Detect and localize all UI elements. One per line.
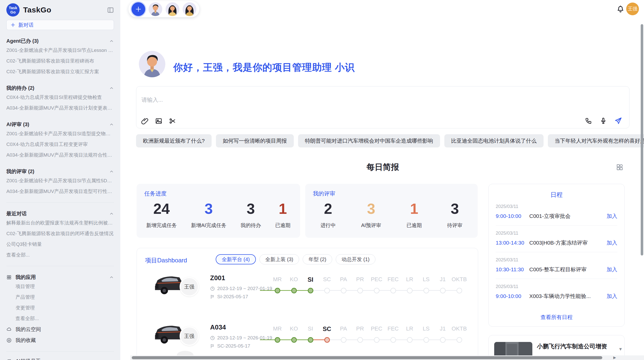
dashboard-filter-tab[interactable]: 全新上装 (3) <box>259 254 299 264</box>
milestone-dot[interactable] <box>308 337 313 343</box>
chevron-up-icon[interactable] <box>109 122 114 127</box>
app-link-item[interactable]: 产品管理 <box>6 292 114 303</box>
chat-input[interactable]: 请输入... <box>136 86 630 128</box>
join-link[interactable]: 加入 <box>607 213 617 220</box>
milestone-dot[interactable] <box>341 337 346 343</box>
notification-bell-icon[interactable] <box>617 5 624 13</box>
add-agent-button[interactable] <box>131 2 145 16</box>
dashboard-filter-tab[interactable]: 动总开发 (1) <box>336 254 375 264</box>
milestone-dot[interactable] <box>341 288 346 293</box>
agent-avatar[interactable] <box>183 2 196 16</box>
project-code: Z001 <box>210 274 225 282</box>
sidebar-task-item[interactable]: Z001-全新燃油皮卡产品开发项目SI节点Lesson Learn报告 <box>6 45 114 56</box>
sidebar-task-item[interactable]: C02-飞腾新能源轻客改款项目里程碑画布 <box>6 56 114 66</box>
suggestion-chip[interactable]: 欧洲新规最近颁布了什么? <box>136 134 212 147</box>
sidebar-section-title: Agent已办 (3) <box>6 38 39 44</box>
stat-label: 新增AI完成任务 <box>191 222 226 229</box>
chevron-up-icon[interactable] <box>109 39 114 43</box>
sidebar-task-item[interactable]: A034-全新新能源MUV产品开发项目计划变更表编写 <box>6 103 114 113</box>
sidebar-task-item[interactable]: C0X4-动力总成开发项目工程变更评审 <box>6 139 114 150</box>
app-link-item[interactable]: 变更管理 <box>6 303 114 313</box>
recent-chat-item[interactable]: C02-飞腾新能源轻客改款项目的闭环通告反馈情况 <box>6 228 114 239</box>
chevron-up-icon[interactable] <box>109 275 114 280</box>
sidebar-tool[interactable]: AI超级员工 <box>6 356 114 360</box>
image-icon[interactable] <box>155 117 162 125</box>
attachment-icon[interactable] <box>141 117 149 125</box>
recent-chat-item[interactable]: 查看全部... <box>6 250 114 260</box>
milestone-dot[interactable] <box>374 288 379 293</box>
chevron-up-icon[interactable] <box>109 211 114 216</box>
join-link[interactable]: 加入 <box>607 266 617 273</box>
sidebar-task-item[interactable]: Z001-全新燃油轻卡产品开发项目SI造型提交物评审 <box>6 128 114 139</box>
sidebar-link[interactable]: 我的收藏 <box>6 335 114 346</box>
milestone-dot[interactable] <box>457 337 462 343</box>
milestone-dot[interactable] <box>291 337 297 343</box>
milestone-dot[interactable] <box>407 337 413 343</box>
milestone-dot[interactable] <box>440 337 446 343</box>
sidebar-task-item[interactable]: A034-全新新能源MUV产品开发项目造型可行性评审 <box>6 186 114 197</box>
recent-chats-header[interactable]: 最近对话 <box>6 209 114 218</box>
stat-item: 1已逾期 <box>406 201 422 229</box>
vertical-scrollbar-thumb[interactable] <box>641 24 643 256</box>
agent-avatar[interactable] <box>149 2 162 16</box>
sidebar-collapse-icon[interactable] <box>107 7 114 13</box>
milestone-dot[interactable] <box>457 288 462 293</box>
milestone-dot[interactable] <box>407 288 413 293</box>
milestone-dot[interactable] <box>324 337 330 343</box>
join-link[interactable]: 加入 <box>607 239 617 246</box>
dashboard-filter-tab[interactable]: 年型 (2) <box>303 254 332 264</box>
suggestion-chip[interactable]: 比亚迪全固态电池计划具体说了什么 <box>444 134 544 147</box>
sidebar-task-item[interactable]: Z001-全新燃油轻卡产品开发项目SI节点属性5D文件评审 <box>6 175 114 186</box>
join-link[interactable]: 加入 <box>607 293 617 300</box>
microphone-icon[interactable] <box>600 117 607 124</box>
phone-icon[interactable] <box>585 117 592 124</box>
view-all-schedule-link[interactable]: 查看所有日程 <box>489 314 624 321</box>
sidebar-section-header[interactable]: AI评审 (3) <box>6 120 114 128</box>
sidebar-task-item[interactable]: C02-飞腾新能源轻客改款项目立项汇报方案 <box>6 66 114 77</box>
my-apps-header[interactable]: 我的应用 <box>6 273 114 281</box>
user-avatar[interactable]: 王强 <box>626 3 639 15</box>
app-link-item[interactable]: 项目管理 <box>6 281 114 292</box>
milestone-dot[interactable] <box>390 288 396 293</box>
new-chat-button[interactable]: 新对话 <box>6 20 114 30</box>
send-icon[interactable] <box>614 117 622 125</box>
milestone-dot[interactable] <box>423 288 429 293</box>
dashboard-filter-tab[interactable]: 全新平台 (4) <box>216 254 256 264</box>
milestone-dot[interactable] <box>357 337 363 343</box>
sidebar-task-item[interactable]: A034-全新新能源MUV产品开发项目法规符合性评审 <box>6 150 114 160</box>
milestone-dot[interactable] <box>291 288 297 293</box>
sidebar-link[interactable]: 我的云空间 <box>6 324 114 335</box>
milestone-dot[interactable] <box>275 337 280 343</box>
app-link-item[interactable]: 查看全部... <box>6 313 114 324</box>
schedule-name: C005-整车工程目标评审 <box>529 266 604 273</box>
briefing-grid-icon[interactable] <box>616 163 624 171</box>
chevron-up-icon[interactable] <box>109 86 114 91</box>
scissors-icon[interactable] <box>169 117 176 125</box>
scroll-right-arrow-icon[interactable]: ▶ <box>613 355 616 359</box>
suggestion-chip[interactable]: 当下年轻人对汽车外观有怎样的喜好趋势 <box>548 134 644 147</box>
suggestion-chip[interactable]: 特朗普可能对进口汽车增税会对中国车企造成哪些影响 <box>298 134 440 147</box>
scroll-down-arrow-icon[interactable]: ▼ <box>618 347 623 352</box>
sidebar-section-header[interactable]: 我的待办 (2) <box>6 84 114 92</box>
milestone-dot[interactable] <box>275 288 280 293</box>
horizontal-scrollbar[interactable]: ▶ <box>130 355 644 360</box>
sidebar-section-header[interactable]: Agent已办 (3) <box>6 37 114 45</box>
milestone-dot[interactable] <box>440 288 446 293</box>
sidebar-section-header[interactable]: 我的评审 (2) <box>6 167 114 175</box>
horizontal-scrollbar-thumb[interactable] <box>132 356 602 359</box>
milestone-dot[interactable] <box>357 288 363 293</box>
chevron-up-icon[interactable] <box>109 169 114 174</box>
milestone-dot[interactable] <box>308 288 313 293</box>
milestone-dot[interactable] <box>423 337 429 343</box>
milestone-label: SC <box>319 276 335 283</box>
sidebar-task-item[interactable]: C0X4-动力总成开发项目SI里程碑提交物检查 <box>6 92 114 103</box>
recent-chat-item[interactable]: 公司Q3轻卡销量 <box>6 239 114 250</box>
suggestion-chip[interactable]: 如何写一份清晰的项目周报 <box>216 134 294 147</box>
milestone-dot[interactable] <box>374 337 379 343</box>
agent-avatar[interactable] <box>166 2 179 16</box>
milestone-dot[interactable] <box>390 337 396 343</box>
milestone-dot[interactable] <box>324 288 330 293</box>
project-row[interactable]: 王强Z0012023-12-19 ~ 2027-01-19SI-2025-05-… <box>137 268 478 318</box>
recent-chat-item[interactable]: 解释最新出台的欧盟报废车法规再生塑料比例被调至15%... <box>6 218 114 228</box>
milestone-label: PR <box>352 325 368 333</box>
